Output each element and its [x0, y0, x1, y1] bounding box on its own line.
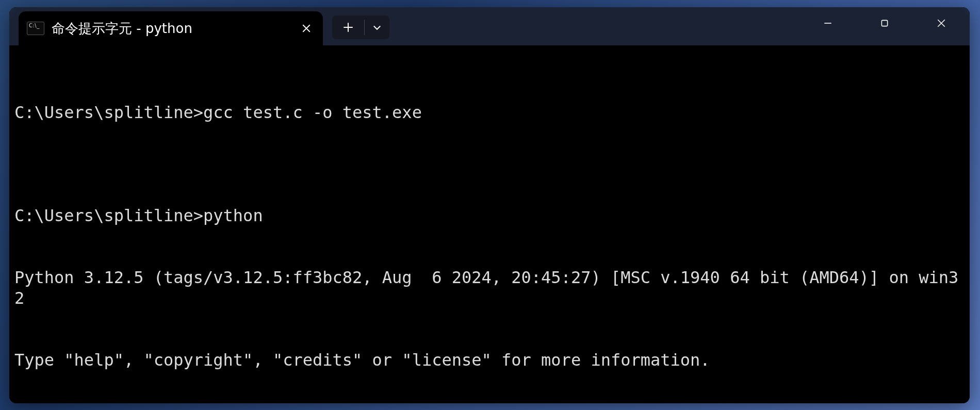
close-icon [302, 24, 311, 33]
new-tab-button[interactable] [332, 15, 364, 39]
tab-title: 命令提示字元 - python [52, 20, 287, 38]
active-tab[interactable]: C:\_ 命令提示字元 - python [19, 11, 323, 45]
maximize-button[interactable] [856, 7, 913, 39]
terminal-line: C:\Users\splitline>python [14, 205, 965, 226]
caption-buttons [799, 7, 970, 39]
titlebar[interactable]: C:\_ 命令提示字元 - python [9, 7, 970, 45]
close-window-button[interactable] [913, 7, 970, 39]
terminal-line: Type "help", "copyright", "credits" or "… [14, 350, 965, 370]
cmd-icon: C:\_ [27, 22, 44, 35]
close-tab-button[interactable] [294, 16, 319, 41]
minimize-icon [823, 19, 832, 28]
close-icon [937, 19, 946, 28]
svg-rect-0 [881, 20, 887, 26]
chevron-down-icon [372, 22, 382, 32]
terminal-line: Python 3.12.5 (tags/v3.12.5:ff3bc82, Aug… [14, 267, 965, 308]
minimize-button[interactable] [799, 7, 856, 39]
tab-dropdown-button[interactable] [365, 15, 389, 39]
plus-icon [343, 22, 353, 32]
maximize-icon [880, 19, 889, 28]
new-tab-group [332, 15, 389, 39]
terminal-window: C:\_ 命令提示字元 - python [9, 7, 970, 403]
terminal-line: C:\Users\splitline>gcc test.c -o test.ex… [14, 102, 965, 123]
terminal-content[interactable]: C:\Users\splitline>gcc test.c -o test.ex… [9, 45, 970, 403]
